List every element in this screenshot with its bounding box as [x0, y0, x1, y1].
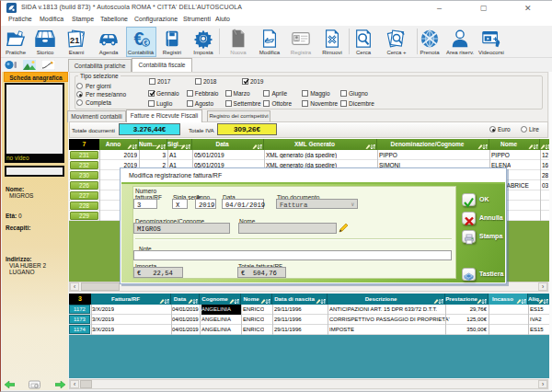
svg-text:21: 21 [70, 36, 79, 45]
svg-text:€: € [144, 39, 147, 47]
svg-text:€: € [134, 29, 144, 49]
